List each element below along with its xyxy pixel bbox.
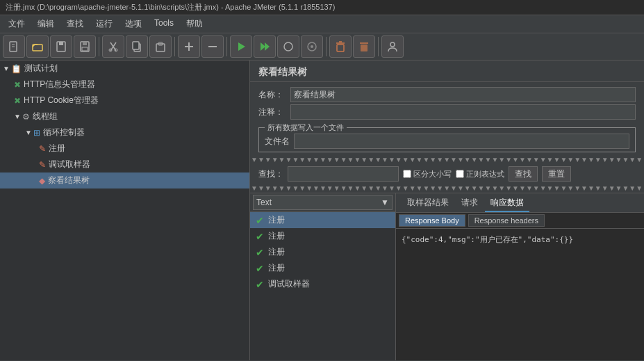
menu-find[interactable]: 查找	[61, 17, 89, 31]
toolbar-remove[interactable]	[201, 35, 224, 58]
tab-request[interactable]: 请求	[456, 195, 484, 212]
toolbar-cut[interactable]	[102, 35, 124, 58]
result-icon-1: ✔	[256, 231, 264, 242]
svg-point-23	[284, 42, 292, 51]
toolbar-copy[interactable]	[126, 35, 148, 58]
toolbar-add[interactable]	[178, 35, 200, 58]
panel-title-text: 察看结果树	[258, 66, 307, 77]
toolbar-open[interactable]	[26, 35, 49, 58]
menu-edit[interactable]: 编辑	[32, 17, 60, 31]
plan-icon: 📋	[11, 64, 22, 74]
result-item-2[interactable]: ✔ 注册	[250, 244, 395, 260]
response-body-text: {"code":4,"msg":"用户已存在","data":{}}	[402, 235, 573, 244]
tree-item-http-cookie[interactable]: ✖ HTTP Cookie管理器	[0, 93, 249, 109]
case-checkbox[interactable]	[403, 170, 411, 178]
tree-label-register: 注册	[49, 143, 65, 154]
tree-arrow-loop: ▼	[25, 129, 32, 136]
toolbar-stop[interactable]	[277, 35, 299, 58]
search-button[interactable]: 查找	[509, 166, 538, 182]
response-sub-tabs: Response Body Response headers	[396, 213, 644, 229]
result-item-0[interactable]: ✔ 注册	[250, 212, 395, 228]
menu-options[interactable]: 选项	[119, 17, 147, 31]
tree-label-loop: 循环控制器	[43, 127, 85, 138]
file-section: 所有数据写入一个文件 文件名	[258, 127, 636, 152]
svg-rect-26	[337, 45, 344, 51]
title-text: 注册.jmx (D:\program\apache-jmeter-5.1.1\b…	[6, 3, 335, 11]
left-panel: ▼ 📋 测试计划 ✖ HTTP信息头管理器 ✖ HTTP Cookie管理器 ▼…	[0, 61, 250, 360]
result-icon-2: ✔	[256, 247, 264, 258]
svg-marker-21	[261, 42, 265, 51]
menu-run[interactable]: 运行	[90, 17, 118, 31]
tab-sampler-result[interactable]: 取样器结果	[402, 195, 454, 212]
http-cookie-icon: ✖	[14, 96, 21, 106]
results-header: Text ▼	[250, 193, 395, 212]
toolbar-save-template[interactable]	[50, 35, 72, 58]
case-label: 区分大小写	[413, 169, 452, 179]
toolbar-shutdown[interactable]	[301, 35, 323, 58]
result-item-1[interactable]: ✔ 注册	[250, 228, 395, 244]
scroll-indicator-top: ▼▼▼▼▼▼▼▼▼▼▼▼▼▼▼▼▼▼▼▼▼▼▼▼▼▼▼▼▼▼▼▼▼▼▼▼▼▼▼▼…	[250, 155, 644, 164]
tree-item-debug-sampler[interactable]: ✎ 调试取样器	[0, 157, 249, 173]
toolbar-start-nopause[interactable]	[254, 35, 276, 58]
tree-item-register[interactable]: ✎ 注册	[0, 141, 249, 157]
toolbar-sep1	[99, 37, 99, 56]
sub-tab-response-body[interactable]: Response Body	[399, 214, 465, 227]
search-label: 查找：	[258, 168, 283, 180]
search-row: 查找： 区分大小写 正则表达式 查找 重置	[250, 164, 644, 184]
toolbar-user[interactable]	[381, 35, 404, 58]
form-area: 名称： 注释：	[250, 82, 644, 125]
name-input[interactable]	[290, 87, 636, 102]
tab-response-data[interactable]: 响应数据	[485, 195, 529, 212]
svg-marker-22	[265, 42, 270, 51]
svg-rect-5	[59, 42, 63, 45]
toolbar-clear-all[interactable]	[353, 35, 375, 58]
toolbar-start[interactable]	[230, 35, 252, 58]
search-input[interactable]	[288, 166, 399, 182]
reset-button[interactable]: 重置	[542, 166, 571, 182]
name-label: 名称：	[258, 89, 286, 101]
result-icon-0: ✔	[256, 215, 264, 226]
tree-item-thread-group[interactable]: ▼ ⚙ 线程组	[0, 109, 249, 125]
scroll-indicator-bottom: ▼▼▼▼▼▼▼▼▼▼▼▼▼▼▼▼▼▼▼▼▼▼▼▼▼▼▼▼▼▼▼▼▼▼▼▼▼▼▼▼…	[250, 184, 644, 193]
comment-input[interactable]	[290, 104, 636, 120]
toolbar-new[interactable]	[3, 35, 25, 58]
result-item-4[interactable]: ✔ 调试取样器	[250, 276, 395, 292]
file-input[interactable]	[294, 134, 629, 149]
toolbar-save[interactable]	[74, 35, 96, 58]
menu-help[interactable]: 帮助	[181, 17, 208, 31]
file-section-title: 所有数据写入一个文件	[265, 122, 347, 133]
menu-tools[interactable]: Tools	[149, 17, 179, 31]
debug-sampler-icon: ✎	[39, 160, 46, 170]
result-label-4: 调试取样器	[268, 278, 310, 290]
menu-file[interactable]: 文件	[3, 17, 31, 31]
result-item-3[interactable]: ✔ 注册	[250, 260, 395, 276]
tree-arrow-thread: ▼	[14, 113, 21, 120]
thread-group-icon: ⚙	[22, 112, 30, 122]
comment-label: 注释：	[258, 106, 286, 118]
tree-item-http-header[interactable]: ✖ HTTP信息头管理器	[0, 77, 249, 93]
toolbar-sep3	[226, 37, 227, 56]
tree-item-loop[interactable]: ▼ ⊞ 循环控制器	[0, 125, 249, 141]
file-label: 文件名	[265, 136, 290, 147]
tree-arrow-plan: ▼	[3, 65, 10, 72]
toolbar-sep4	[326, 37, 327, 56]
file-row: 文件名	[265, 134, 629, 149]
tree-item-view-results[interactable]: ◆ 察看结果树	[0, 173, 249, 188]
toolbar-clear[interactable]	[329, 35, 352, 58]
menu-bar: 文件 编辑 查找 运行 选项 Tools 帮助	[0, 15, 644, 33]
tree-item-plan[interactable]: ▼ 📋 测试计划	[0, 61, 249, 77]
response-tabs: 取样器结果 请求 响应数据	[396, 193, 644, 213]
results-dropdown[interactable]: Text ▼	[253, 195, 393, 210]
tree-label-view-results: 察看结果树	[48, 175, 90, 186]
result-label-0: 注册	[268, 214, 285, 226]
regex-checkbox[interactable]	[456, 170, 464, 178]
sub-tab-response-headers[interactable]: Response headers	[468, 214, 545, 227]
result-label-1: 注册	[268, 230, 285, 242]
result-icon-3: ✔	[256, 263, 264, 274]
right-panel: 察看结果树 名称： 注释： 所有数据写入一个文件 文件名 ▼▼▼▼▼▼▼▼▼▼▼…	[250, 61, 644, 360]
svg-rect-29	[361, 45, 368, 51]
toolbar-paste[interactable]	[149, 35, 172, 58]
tree-label-thread-group: 线程组	[33, 111, 58, 122]
tree-label-debug-sampler: 调试取样器	[49, 159, 90, 170]
response-body: {"code":4,"msg":"用户已存在","data":{}}	[396, 229, 644, 360]
